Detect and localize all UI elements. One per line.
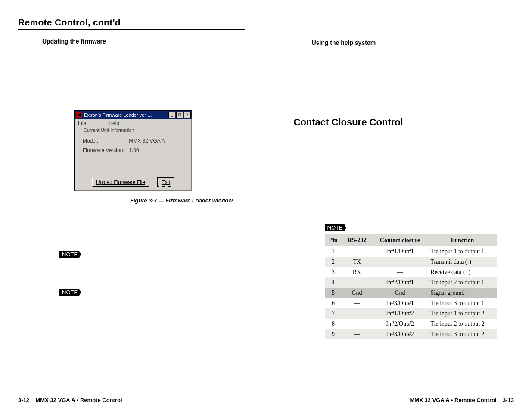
cell-pin: 4 [325,277,342,288]
cell-cc: In#1/Out#1 [372,246,428,257]
page-number: 3-12 [18,397,29,403]
cell-cc: In#2/Out#1 [372,277,428,288]
window-title: Extron's Firmware Loader ver … [84,112,152,118]
cell-pin: 9 [325,329,342,339]
th-fn: Function [428,234,497,246]
cell-fn: Transmit data (-) [428,257,497,267]
table-row: 8—In#2/Out#2Tie input 2 to output 2 [325,319,497,329]
cell-pin: 2 [325,257,342,267]
cell-pin: 6 [325,298,342,308]
model-row: Model: MMX 32 VGA A [83,138,184,144]
cell-pin: 3 [325,267,342,277]
table-row: 3RX—Receive data (+) [325,267,497,277]
table-row: 4—In#2/Out#1Tie input 2 to output 1 [325,277,497,288]
table-row: 1—In#1/Out#1Tie input 1 to output 1 [325,246,497,257]
cell-pin: 5 [325,288,342,298]
cell-cc: In#3/Out#1 [372,298,428,308]
close-icon[interactable]: × [184,112,191,118]
table-row: 7—In#1/Out#2Tie input 1 to output 2 [325,308,497,319]
footer-left: 3-12 MMX 32 VGA A • Remote Control [18,397,122,403]
app-icon [76,112,82,118]
cell-rs232: — [342,319,372,329]
firmware-row: Firmware Version: 1.00 [83,147,184,153]
cell-fn: Tie input 1 to output 1 [428,246,497,257]
left-page: Remote Control, cont'd Updating the firm… [0,0,266,411]
maximize-icon[interactable]: □ [176,112,183,118]
table-row: 9—In#3/Out#2Tie input 3 to output 2 [325,329,497,339]
right-page: Using the help system Contact Closure Co… [266,0,532,411]
section-title: Remote Control, cont'd [18,17,245,28]
cell-cc: In#2/Out#2 [372,319,428,329]
cell-rs232: — [342,308,372,319]
th-cc: Contact closure [372,234,428,246]
cell-rs232: — [342,277,372,288]
cell-pin: 8 [325,319,342,329]
cell-rs232: — [342,246,372,257]
footer-right: MMX 32 VGA A • Remote Control 3-13 [410,397,514,403]
table-row: 2TX—Transmit data (-) [325,257,497,267]
cell-fn: Tie input 1 to output 2 [428,308,497,319]
cell-fn: Receive data (+) [428,267,497,277]
cell-rs232: — [342,298,372,308]
minimize-icon[interactable]: _ [168,112,175,118]
upload-firmware-button[interactable]: Upload Firmware File [92,178,149,187]
cell-pin: 7 [325,308,342,319]
cell-fn: Tie input 2 to output 1 [428,277,497,288]
subhead-firmware: Updating the firmware [42,38,245,45]
unit-info-group: Current Unit Information Model: MMX 32 V… [78,131,188,158]
firmware-window-figure: Extron's Firmware Loader ver … _ □ × Fil… [74,110,245,204]
subhead-help: Using the help system [312,39,514,46]
table-header-row: Pin RS-232 Contact closure Function [325,234,497,246]
cell-rs232: Gnd [342,288,372,298]
exit-button[interactable]: Exit [158,178,174,187]
window-titlebar: Extron's Firmware Loader ver … _ □ × [75,111,192,119]
footer-text: MMX 32 VGA A • Remote Control [35,397,122,403]
figure-caption: Figure 3-7 — Firmware Loader window [130,197,245,204]
cell-cc: — [372,257,428,267]
cell-cc: In#3/Out#2 [372,329,428,339]
cell-fn: Tie input 3 to output 1 [428,298,497,308]
pin-table: Pin RS-232 Contact closure Function 1—In… [325,234,497,339]
cell-fn: Tie input 3 to output 2 [428,329,497,339]
model-value: MMX 32 VGA A [129,138,165,144]
cell-cc: — [372,267,428,277]
cell-cc: Gnd [372,288,428,298]
cell-cc: In#1/Out#2 [372,308,428,319]
note-badge: NOTE [325,224,346,231]
contact-closure-heading: Contact Closure Control [294,117,514,128]
menu-help[interactable]: Help [109,120,119,126]
firmware-label: Firmware Version: [83,147,128,153]
cell-rs232: RX [342,267,372,277]
firmware-value: 1.00 [129,147,139,153]
cell-rs232: — [342,329,372,339]
th-rs232: RS-232 [342,234,372,246]
model-label: Model: [83,138,128,144]
menu-file[interactable]: File [78,120,86,126]
table-row: 5GndGndSignal ground [325,288,497,298]
note-badge: NOTE [59,289,81,296]
menu-bar: File Help [75,119,192,128]
table-row: 6—In#3/Out#1Tie input 3 to output 1 [325,298,497,308]
cell-fn: Tie input 2 to output 2 [428,319,497,329]
rule [288,31,514,31]
group-legend: Current Unit Information [82,128,136,133]
cell-rs232: TX [342,257,372,267]
cell-fn: Signal ground [428,288,497,298]
cell-pin: 1 [325,246,342,257]
footer-text: MMX 32 VGA A • Remote Control [410,397,497,403]
page-number: 3-13 [503,397,514,403]
rule [18,29,245,30]
th-pin: Pin [325,234,342,246]
note-badge: NOTE [59,251,81,258]
firmware-loader-window: Extron's Firmware Loader ver … _ □ × Fil… [74,110,192,191]
